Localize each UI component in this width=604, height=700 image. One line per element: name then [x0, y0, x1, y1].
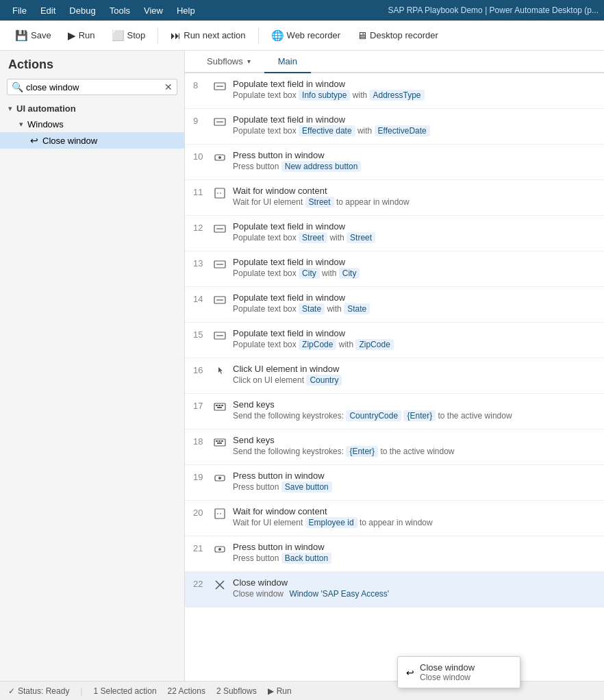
wait-icon — [214, 506, 233, 520]
status-icon: ✓ — [8, 686, 15, 696]
popup-close-window[interactable]: ↩ Close window Close window — [398, 657, 520, 688]
svg-rect-23 — [218, 440, 221, 442]
svg-rect-24 — [221, 440, 223, 442]
row-title: Populate text field in window — [233, 292, 596, 303]
sidebar-group-ui-automation[interactable]: ▾ UI automation — [0, 101, 184, 116]
row-title: Press button in window — [233, 471, 596, 481]
chevron-down-icon: ▾ — [8, 104, 12, 113]
flow-row[interactable]: 17 Send keys Send the following keystrok… — [185, 394, 604, 429]
flow-row[interactable]: 11 Wait for window content Wait for UI e… — [185, 180, 604, 216]
popup-item-title: Close window — [420, 662, 475, 673]
tab-main[interactable]: Main — [264, 51, 311, 73]
run-button[interactable]: ▶ Run — [61, 26, 102, 45]
close-window-icon-popup: ↩ — [406, 667, 414, 678]
web-recorder-icon: 🌐 — [271, 29, 284, 42]
flow-row[interactable]: 20 Wait for window content Wait for UI e… — [185, 501, 604, 536]
sidebar-subgroup-windows[interactable]: ▾ Windows — [0, 116, 184, 132]
text-field-icon — [214, 79, 233, 92]
svg-point-5 — [218, 156, 221, 159]
content-area: Subflows ▾ Main 8 Populate text field in… — [185, 51, 604, 681]
flow-row[interactable]: 14 Populate text field in window Populat… — [185, 287, 604, 323]
stop-button[interactable]: ⬜ Stop — [105, 26, 153, 45]
row-title: Populate text field in window — [233, 79, 596, 89]
row-number: 8 — [193, 79, 214, 90]
row-content: Populate text field in window Populate t… — [233, 221, 596, 242]
text-field-icon — [214, 328, 233, 342]
wait-icon — [214, 186, 233, 199]
row-desc: Populate text box Info subtype with Addr… — [233, 90, 596, 100]
menu-file[interactable]: File — [5, 3, 34, 18]
group-label: UI automation — [16, 103, 76, 114]
row-number: 14 — [193, 292, 214, 304]
chevron-down-icon-3: ▾ — [247, 58, 251, 65]
row-desc: Press button Save button — [233, 482, 596, 492]
clear-icon[interactable]: ✕ — [164, 82, 173, 92]
row-desc: Populate text box ZipCode with ZipCode — [233, 340, 596, 349]
row-title: Populate text field in window — [233, 114, 596, 125]
row-content: Send keys Send the following keystrokes:… — [233, 435, 596, 456]
flow-row[interactable]: 19 Press button in window Press button S… — [185, 465, 604, 501]
row-content: Close window Close window Window 'SAP Ea… — [233, 577, 596, 599]
desktop-recorder-button[interactable]: 🖥 Desktop recorder — [350, 26, 445, 45]
tab-subflows[interactable]: Subflows ▾ — [193, 51, 264, 73]
row-title: Populate text field in window — [233, 257, 596, 267]
flow-row[interactable]: 21 Press button in window Press button B… — [185, 536, 604, 572]
menu-view[interactable]: View — [137, 3, 170, 18]
row-title: Populate text field in window — [233, 328, 596, 338]
row-content: Click UI element in window Click on UI e… — [233, 364, 596, 385]
tree-item-label: Close window — [42, 136, 97, 146]
flow-row[interactable]: 9 Populate text field in window Populate… — [185, 109, 604, 145]
context-popup: ↩ Close window Close window — [397, 656, 520, 688]
flow-row[interactable]: 22 Close window Close window Window 'SAP… — [185, 572, 604, 608]
flow-row[interactable]: 18 Send keys Send the following keystrok… — [185, 429, 604, 465]
flow-row[interactable]: 15 Populate text field in window Populat… — [185, 323, 604, 358]
svg-rect-25 — [217, 442, 222, 444]
text-field-icon — [214, 292, 233, 306]
save-button[interactable]: 💾 Save — [8, 26, 58, 45]
row-title: Close window — [233, 577, 596, 588]
popup-item-sub: Close window — [420, 673, 475, 682]
chevron-down-icon-2: ▾ — [19, 120, 23, 129]
svg-point-27 — [218, 477, 221, 479]
menu-items: File Edit Debug Tools View Help — [5, 3, 202, 18]
flow-row[interactable]: 16 Click UI element in window Click on U… — [185, 358, 604, 394]
svg-rect-17 — [216, 405, 218, 406]
svg-rect-20 — [217, 407, 222, 408]
menu-debug[interactable]: Debug — [62, 3, 102, 18]
row-number: 19 — [193, 471, 214, 482]
flow-row[interactable]: 8 Populate text field in window Populate… — [185, 73, 604, 109]
menu-edit[interactable]: Edit — [34, 3, 62, 18]
run-icon: ▶ — [68, 29, 76, 42]
row-content: Press button in window Press button Back… — [233, 542, 596, 563]
row-content: Populate text field in window Populate t… — [233, 257, 596, 278]
text-field-icon — [214, 221, 233, 235]
press-button-icon — [214, 150, 233, 164]
flow-row[interactable]: 10 Press button in window Press button N… — [185, 145, 604, 180]
row-content: Populate text field in window Populate t… — [233, 292, 596, 314]
flow-row[interactable]: 12 Populate text field in window Populat… — [185, 216, 604, 251]
row-desc: Populate text box Street with Street — [233, 233, 596, 242]
search-input[interactable] — [26, 82, 164, 92]
menu-help[interactable]: Help — [170, 3, 202, 18]
run-next-button[interactable]: ⏭ Run next action — [164, 26, 252, 45]
close-window-icon: ↩ — [30, 135, 38, 146]
sidebar-item-close-window[interactable]: ↩ Close window — [0, 132, 184, 149]
row-content: Send keys Send the following keystrokes:… — [233, 399, 596, 421]
toolbar-separator-2 — [258, 27, 259, 44]
close-window-icon — [214, 577, 233, 591]
row-number: 10 — [193, 150, 214, 162]
flow-row[interactable]: 13 Populate text field in window Populat… — [185, 251, 604, 287]
press-button-icon — [214, 542, 233, 555]
row-content: Populate text field in window Populate t… — [233, 79, 596, 100]
text-field-icon — [214, 114, 233, 128]
row-title: Wait for window content — [233, 506, 596, 516]
row-number: 17 — [193, 399, 214, 411]
row-number: 11 — [193, 186, 214, 197]
tabs-bar: Subflows ▾ Main — [185, 51, 604, 73]
row-desc: Send the following keystrokes: CountryCo… — [233, 411, 596, 421]
web-recorder-button[interactable]: 🌐 Web recorder — [264, 26, 348, 45]
selected-action-count: 1 Selected action — [94, 686, 157, 696]
row-content: Press button in window Press button New … — [233, 150, 596, 171]
svg-point-31 — [218, 548, 221, 551]
menu-tools[interactable]: Tools — [103, 3, 137, 18]
